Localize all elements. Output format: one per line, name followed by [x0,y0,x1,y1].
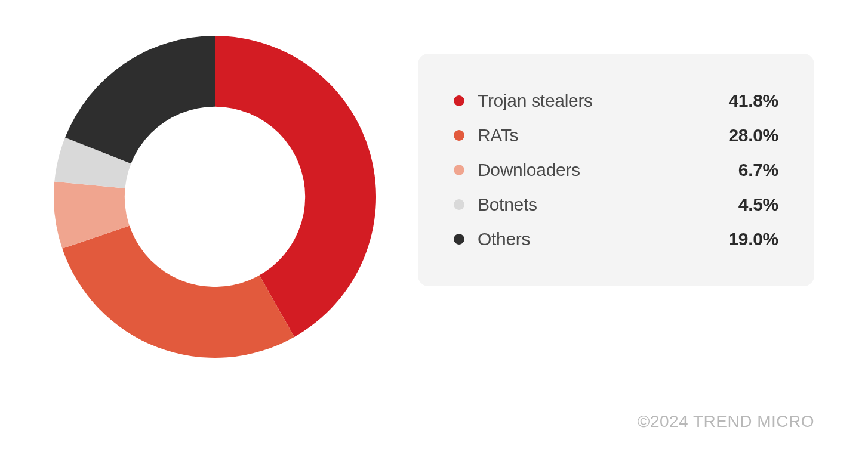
legend-label: Others [478,230,530,248]
legend-value: 4.5% [738,196,778,214]
legend-left: RATs [454,126,518,144]
legend-dot-icon [454,95,464,106]
legend-label: Botnets [478,196,537,214]
donut-chart [54,36,376,358]
legend-card: Trojan stealers41.8%RATs28.0%Downloaders… [418,54,814,286]
legend-label: Downloaders [478,161,580,179]
legend-row: Botnets4.5% [454,187,778,222]
legend-label: RATs [478,126,518,144]
legend-dot-icon [454,165,464,175]
legend-value: 41.8% [728,92,778,110]
legend-row: Downloaders6.7% [454,153,778,187]
legend-left: Others [454,230,530,248]
legend-label: Trojan stealers [478,92,593,110]
legend-row: RATs28.0% [454,118,778,153]
copyright-text: ©2024 TREND MICRO [638,412,814,431]
legend-dot-icon [454,234,464,245]
legend-value: 28.0% [728,126,778,144]
legend-left: Trojan stealers [454,92,593,110]
legend-row: Others19.0% [454,222,778,256]
legend-row: Trojan stealers41.8% [454,83,778,118]
legend-value: 6.7% [738,161,778,179]
legend-dot-icon [454,199,464,210]
legend-dot-icon [454,130,464,141]
donut-hole [125,107,305,287]
chart-container: Trojan stealers41.8%RATs28.0%Downloaders… [0,0,868,358]
legend-value: 19.0% [728,230,778,248]
legend-left: Downloaders [454,161,580,179]
donut-svg [54,36,376,358]
legend-left: Botnets [454,196,537,214]
